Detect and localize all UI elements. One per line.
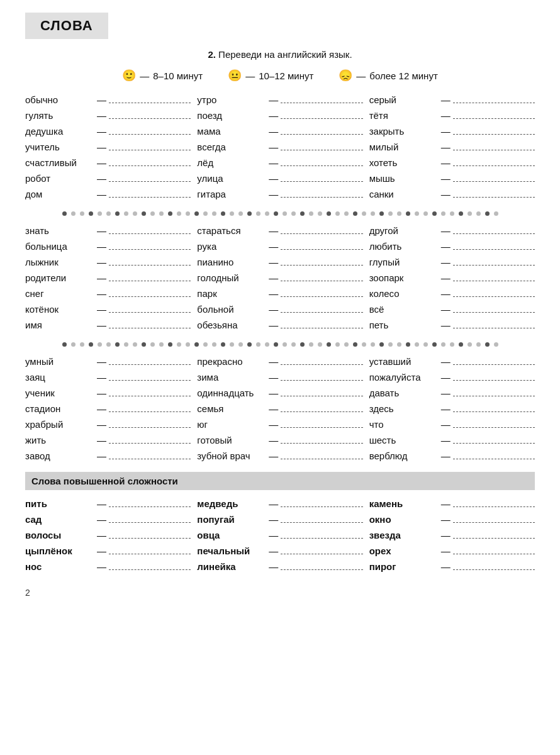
word-answer-line[interactable] [453,157,535,166]
word-answer-line[interactable] [281,418,362,428]
word-answer-line[interactable] [453,172,535,182]
word-answer-line[interactable] [109,418,191,428]
word-line: стараться — [197,225,362,236]
word-answer-line[interactable] [281,240,362,250]
word-answer-line[interactable] [109,157,191,166]
word-answer-line[interactable] [281,355,362,365]
word-answer-line[interactable] [453,403,535,412]
word-answer-line[interactable] [109,272,191,281]
word-answer-line[interactable] [109,225,191,234]
word-label: пирог [369,561,439,572]
word-answer-line[interactable] [453,303,535,313]
word-label: юг [197,419,266,430]
word-answer-line[interactable] [453,94,535,103]
word-answer-line[interactable] [281,319,362,328]
word-answer-line[interactable] [281,125,362,135]
word-answer-line[interactable] [453,109,535,119]
word-answer-line[interactable] [109,94,191,103]
word-answer-line[interactable] [109,172,191,182]
word-answer-line[interactable] [453,188,535,198]
word-separator: — [97,288,106,299]
word-answer-line[interactable] [453,387,535,396]
word-answer-line[interactable] [453,355,535,365]
word-answer-line[interactable] [281,225,362,234]
word-answer-line[interactable] [281,141,362,150]
dot [327,211,331,216]
word-answer-line[interactable] [281,434,362,444]
word-answer-line[interactable] [281,256,362,266]
word-answer-line[interactable] [109,141,191,150]
word-answer-line[interactable] [453,125,535,135]
word-answer-line[interactable] [453,141,535,150]
word-answer-line[interactable] [453,288,535,297]
word-answer-line[interactable] [281,303,362,313]
word-answer-line[interactable] [109,561,191,570]
word-answer-line[interactable] [453,319,535,328]
word-label: дедушка [25,126,94,137]
word-answer-line[interactable] [281,157,362,166]
word-answer-line[interactable] [453,545,535,554]
word-label: медведь [197,498,266,509]
word-line: счастливый — [25,157,191,168]
word-answer-line[interactable] [453,225,535,234]
word-answer-line[interactable] [109,450,191,459]
word-answer-line[interactable] [109,545,191,554]
word-answer-line[interactable] [109,240,191,250]
word-answer-line[interactable] [281,288,362,297]
word-answer-line[interactable] [109,387,191,396]
word-answer-line[interactable] [109,371,191,381]
word-answer-line[interactable] [453,498,535,507]
word-answer-line[interactable] [109,288,191,297]
word-answer-line[interactable] [109,498,191,507]
word-answer-line[interactable] [109,529,191,539]
word-line: имя — [25,319,191,330]
word-answer-line[interactable] [453,450,535,459]
dot [124,211,128,216]
word-answer-line[interactable] [281,371,362,381]
word-answer-line[interactable] [109,109,191,119]
word-answer-line[interactable] [281,387,362,396]
word-answer-line[interactable] [281,403,362,412]
word-answer-line[interactable] [281,272,362,281]
word-label: петь [369,320,439,330]
word-label: поезд [197,110,266,121]
word-answer-line[interactable] [281,109,362,119]
word-answer-line[interactable] [453,529,535,539]
dot [221,211,225,216]
word-answer-line[interactable] [453,561,535,570]
word-answer-line[interactable] [281,513,362,523]
word-separator: — [97,388,106,398]
word-answer-line[interactable] [453,272,535,281]
word-answer-line[interactable] [453,434,535,444]
word-separator: — [269,304,278,315]
word-answer-line[interactable] [281,94,362,103]
word-line: линейка — [197,561,362,572]
word-line: глупый — [369,256,535,267]
word-answer-line[interactable] [281,188,362,198]
word-answer-line[interactable] [109,355,191,365]
word-answer-line[interactable] [281,561,362,570]
word-answer-line[interactable] [109,303,191,313]
word-answer-line[interactable] [453,418,535,428]
word-answer-line[interactable] [281,450,362,459]
word-answer-line[interactable] [453,256,535,266]
word-answer-line[interactable] [109,434,191,444]
word-answer-line[interactable] [109,125,191,135]
word-answer-line[interactable] [109,319,191,328]
word-answer-line[interactable] [281,498,362,507]
word-answer-line[interactable] [109,513,191,523]
word-answer-line[interactable] [453,240,535,250]
dot [265,342,269,347]
word-answer-line[interactable] [453,513,535,523]
word-answer-line[interactable] [281,545,362,554]
word-answer-line[interactable] [109,403,191,412]
word-answer-line[interactable] [109,256,191,266]
dot [476,211,481,216]
word-answer-line[interactable] [109,188,191,198]
word-answer-line[interactable] [281,529,362,539]
word-answer-line[interactable] [453,371,535,381]
word-label: волосы [25,530,94,540]
word-answer-line[interactable] [281,172,362,182]
section-col-1: обычно — гулять — дедушка — учитель — сч… [25,94,191,204]
word-line: котёнок — [25,303,191,315]
